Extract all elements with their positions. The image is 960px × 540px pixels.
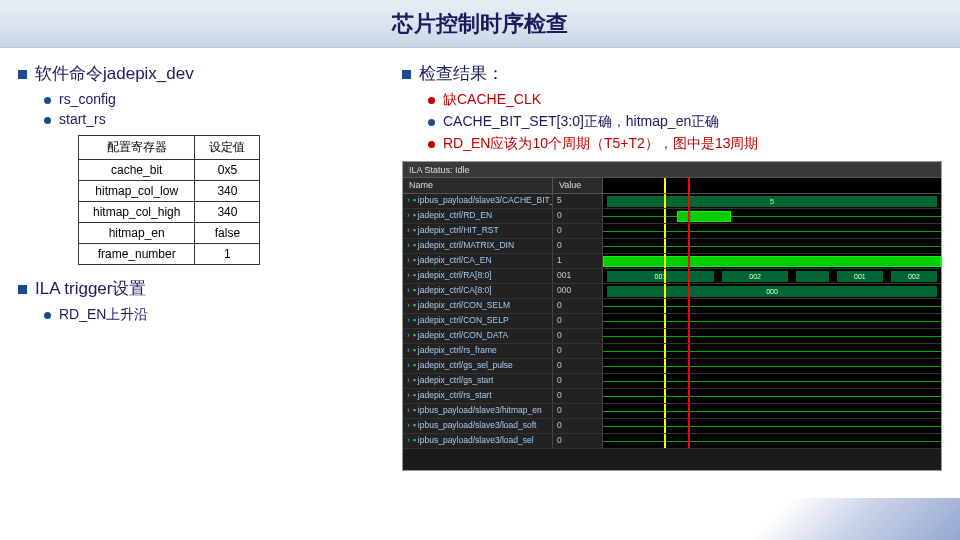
signal-value: 5: [553, 194, 603, 208]
signal-trace[interactable]: [603, 359, 941, 373]
content: 软件命令jadepix_dev rs_config start_rs 配置寄存器…: [0, 48, 960, 471]
signal-row[interactable]: ›▪ipbus_payload/slave3/CACHE_BIT_SET[3:0…: [403, 194, 941, 209]
subitem-label: rs_config: [59, 91, 116, 107]
signal-name[interactable]: ›▪jadepix_ctrl/CA_EN: [403, 254, 553, 268]
signal-name[interactable]: ›▪jadepix_ctrl/CON_SELP: [403, 314, 553, 328]
table-row: frame_number1: [79, 244, 260, 265]
signal-value: 0: [553, 374, 603, 388]
heading-text: 软件命令jadepix_dev: [35, 62, 194, 85]
right-column: 检查结果： 缺CACHE_CLKCACHE_BIT_SET[3:0]正确，hit…: [402, 62, 942, 471]
signal-value: 000: [553, 284, 603, 298]
result-item: CACHE_BIT_SET[3:0]正确，hitmap_en正确: [428, 113, 942, 131]
square-bullet-icon: [402, 70, 411, 79]
register-value: 340: [195, 181, 260, 202]
signal-value: 0: [553, 314, 603, 328]
register-value: 1: [195, 244, 260, 265]
signal-name[interactable]: ›▪jadepix_ctrl/CON_SELM: [403, 299, 553, 313]
signal-name[interactable]: ›▪ipbus_payload/slave3/hitmap_en: [403, 404, 553, 418]
signal-row[interactable]: ›▪ipbus_payload/slave3/load_sel0: [403, 434, 941, 449]
signal-row[interactable]: ›▪jadepix_ctrl/CON_SELP0: [403, 314, 941, 329]
heading-text: ILA trigger设置: [35, 277, 147, 300]
timeline-ruler[interactable]: [603, 178, 941, 193]
signal-icon: ▪: [413, 195, 416, 205]
column-header-value: Value: [553, 178, 603, 193]
signal-trace[interactable]: [603, 404, 941, 418]
signal-trace[interactable]: 5: [603, 194, 941, 208]
signal-name[interactable]: ›▪jadepix_ctrl/HIT_RST: [403, 224, 553, 238]
signal-value: 0: [553, 359, 603, 373]
signal-name[interactable]: ›▪ipbus_payload/slave3/CACHE_BIT_SET[3:0…: [403, 194, 553, 208]
signal-trace[interactable]: 001002001002: [603, 269, 941, 283]
signal-row[interactable]: ›▪jadepix_ctrl/CA[8:0]000000: [403, 284, 941, 299]
subitem-label: start_rs: [59, 111, 106, 127]
signal-name[interactable]: ›▪jadepix_ctrl/gs_start: [403, 374, 553, 388]
marker-red[interactable]: [688, 178, 690, 193]
waveform-viewer[interactable]: ILA Status: Idle Name Value ›▪ipbus_payl…: [402, 161, 942, 471]
register-value: 340: [195, 202, 260, 223]
signal-name[interactable]: ›▪jadepix_ctrl/RA[8:0]: [403, 269, 553, 283]
signal-row[interactable]: ›▪jadepix_ctrl/CON_DATA0: [403, 329, 941, 344]
signal-trace[interactable]: [603, 314, 941, 328]
signal-value: 0: [553, 224, 603, 238]
signal-name[interactable]: ›▪jadepix_ctrl/MATRIX_DIN: [403, 239, 553, 253]
signal-trace[interactable]: [603, 329, 941, 343]
signal-row[interactable]: ›▪jadepix_ctrl/RD_EN0: [403, 209, 941, 224]
signal-icon: ▪: [413, 420, 416, 430]
register-name: hitmap_col_high: [79, 202, 195, 223]
table-row: hitmap_col_high340: [79, 202, 260, 223]
register-name: frame_number: [79, 244, 195, 265]
register-value: 0x5: [195, 160, 260, 181]
waveform-header: Name Value: [403, 178, 941, 194]
signal-name[interactable]: ›▪jadepix_ctrl/CA[8:0]: [403, 284, 553, 298]
title-bar: 芯片控制时序检查: [0, 0, 960, 48]
signal-row[interactable]: ›▪jadepix_ctrl/RA[8:0]001001002001002: [403, 269, 941, 284]
signal-value: 0: [553, 419, 603, 433]
signal-row[interactable]: ›▪ipbus_payload/slave3/load_soft0: [403, 419, 941, 434]
signal-icon: ▪: [413, 285, 416, 295]
heading-ila-trigger: ILA trigger设置: [18, 277, 382, 300]
dot-bullet-icon: [44, 97, 51, 104]
signal-name[interactable]: ›▪jadepix_ctrl/rs_start: [403, 389, 553, 403]
signal-name[interactable]: ›▪jadepix_ctrl/CON_DATA: [403, 329, 553, 343]
signal-trace[interactable]: [603, 389, 941, 403]
signal-row[interactable]: ›▪jadepix_ctrl/rs_frame0: [403, 344, 941, 359]
marker-yellow[interactable]: [664, 178, 666, 193]
signal-trace[interactable]: [603, 209, 941, 223]
result-text: 缺CACHE_CLK: [443, 91, 541, 109]
dot-bullet-icon: [428, 97, 435, 104]
signal-trace[interactable]: [603, 434, 941, 448]
chevron-icon: ›: [407, 435, 410, 445]
signal-trace[interactable]: [603, 254, 941, 268]
signal-trace[interactable]: [603, 374, 941, 388]
signal-row[interactable]: ›▪jadepix_ctrl/HIT_RST0: [403, 224, 941, 239]
signal-trace[interactable]: [603, 224, 941, 238]
result-text: RD_EN应该为10个周期（T5+T2），图中是13周期: [443, 135, 758, 153]
signal-name[interactable]: ›▪jadepix_ctrl/gs_sel_pulse: [403, 359, 553, 373]
signal-trace[interactable]: [603, 239, 941, 253]
signal-trace[interactable]: 000: [603, 284, 941, 298]
signal-row[interactable]: ›▪jadepix_ctrl/CA_EN1: [403, 254, 941, 269]
result-item: 缺CACHE_CLK: [428, 91, 942, 109]
signal-trace[interactable]: [603, 419, 941, 433]
chevron-icon: ›: [407, 195, 410, 205]
signal-name[interactable]: ›▪ipbus_payload/slave3/load_sel: [403, 434, 553, 448]
signal-row[interactable]: ›▪jadepix_ctrl/rs_start0: [403, 389, 941, 404]
dot-bullet-icon: [428, 141, 435, 148]
signal-row[interactable]: ›▪jadepix_ctrl/MATRIX_DIN0: [403, 239, 941, 254]
waveform-status-bar: ILA Status: Idle: [403, 162, 941, 178]
signal-row[interactable]: ›▪jadepix_ctrl/gs_sel_pulse0: [403, 359, 941, 374]
signal-name[interactable]: ›▪jadepix_ctrl/RD_EN: [403, 209, 553, 223]
header-register: 配置寄存器: [79, 136, 195, 160]
signal-trace[interactable]: [603, 299, 941, 313]
ila-status-text: ILA Status: Idle: [409, 165, 470, 175]
heading-check-results: 检查结果：: [402, 62, 942, 85]
table-row: hitmap_enfalse: [79, 223, 260, 244]
signal-name[interactable]: ›▪jadepix_ctrl/rs_frame: [403, 344, 553, 358]
signal-icon: ▪: [413, 435, 416, 445]
signal-row[interactable]: ›▪jadepix_ctrl/gs_start0: [403, 374, 941, 389]
chevron-icon: ›: [407, 345, 410, 355]
signal-row[interactable]: ›▪jadepix_ctrl/CON_SELM0: [403, 299, 941, 314]
signal-name[interactable]: ›▪ipbus_payload/slave3/load_soft: [403, 419, 553, 433]
signal-row[interactable]: ›▪ipbus_payload/slave3/hitmap_en0: [403, 404, 941, 419]
signal-trace[interactable]: [603, 344, 941, 358]
